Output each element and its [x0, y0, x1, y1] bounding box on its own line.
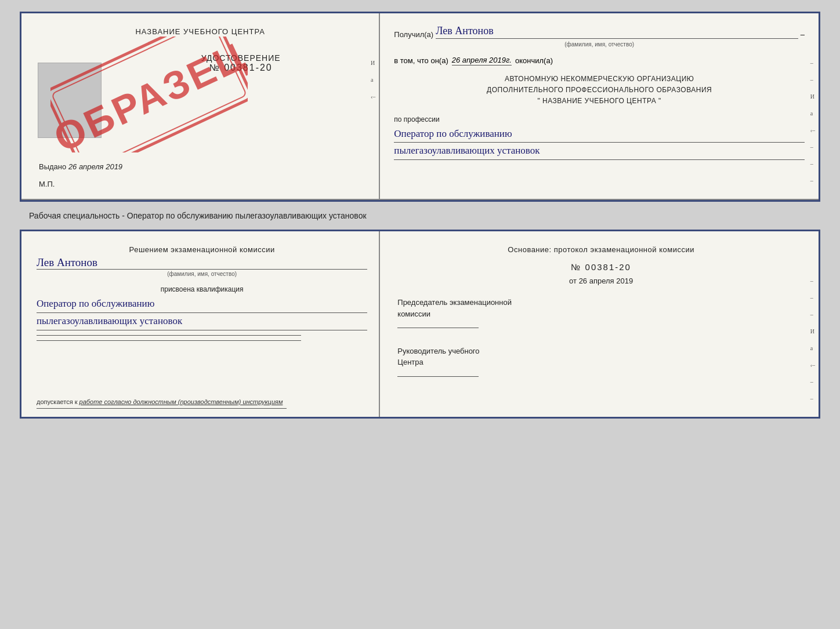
top-document: НАЗВАНИЕ УЧЕБНОГО ЦЕНТРА УДОСТОВЕРЕНИЕ №…	[20, 12, 820, 202]
rukovoditel-line1: Руководитель учебного	[397, 346, 805, 357]
udostoverenie-label: УДОСТОВЕРЕНИЕ	[114, 53, 367, 63]
udostoverenie-block: УДОСТОВЕРЕНИЕ № 00381-20	[114, 53, 367, 73]
osnovanie-label: Основание: протокол экзаменационной коми…	[397, 245, 805, 254]
cert-title: НАЗВАНИЕ УЧЕБНОГО ЦЕНТРА	[33, 27, 367, 36]
kvalif-line2: пылегазоулавливающих установок	[37, 313, 367, 330]
fio-sub-top: (фамилия, имя, отчество)	[394, 41, 805, 48]
professiya-line2: пылегазоулавливающих установок	[394, 143, 805, 160]
vtom-label: в том, что он(а)	[394, 56, 448, 65]
rukovoditel-line2: Центра	[397, 357, 805, 368]
side-marks-bottom-right: – – – И а ‹– – –	[810, 278, 815, 402]
predsedatel-line1: Председатель экзаменационной	[397, 297, 805, 308]
ot-date: от 26 апреля 2019	[397, 277, 805, 285]
predsedatel-sig-line	[397, 328, 479, 328]
bottom-document: Решением экзаменационной комиссии Лев Ан…	[20, 230, 820, 419]
bottom-left-panel: Решением экзаменационной комиссии Лев Ан…	[21, 231, 380, 417]
resheniem-label: Решением экзаменационной комиссии	[37, 245, 367, 254]
kvalif-line1: Оператор по обслуживанию	[37, 296, 367, 313]
vydano-line: Выдано 26 апреля 2019	[39, 162, 122, 171]
protocol-number: № 00381-20	[397, 262, 805, 272]
cert-left-panel: НАЗВАНИЕ УЧЕБНОГО ЦЕНТРА УДОСТОВЕРЕНИЕ №…	[21, 13, 380, 199]
vydano-label: Выдано	[39, 162, 66, 171]
mp-label: М.П.	[39, 180, 55, 188]
cert-number: № 00381-20	[114, 63, 367, 73]
subtitle: Рабочая специальность - Оператор по обсл…	[12, 211, 367, 220]
dopuskaetsya-label: допускается к	[37, 398, 78, 405]
ot-label: от	[569, 277, 577, 285]
predsedatel-line2: комиссии	[397, 308, 805, 320]
side-marks-top-left: И а ‹–	[371, 60, 375, 100]
bottom-right-panel: Основание: протокол экзаменационной коми…	[380, 231, 819, 417]
bottom-name: Лев Антонов	[37, 256, 367, 270]
top-certificate: НАЗВАНИЕ УЧЕБНОГО ЦЕНТРА УДОСТОВЕРЕНИЕ №…	[21, 13, 819, 200]
vydano-date: 26 апреля 2019	[68, 162, 122, 171]
dopuskaetsya-block: допускается к работе согласно должностны…	[37, 398, 283, 405]
anko-block: АВТОНОМНУЮ НЕКОММЕРЧЕСКУЮ ОРГАНИЗАЦИЮ ДО…	[394, 74, 805, 107]
po-professii-label: по профессии	[394, 115, 805, 123]
anko-line2: ДОПОЛНИТЕЛЬНОГО ПРОФЕССИОНАЛЬНОГО ОБРАЗО…	[394, 85, 805, 96]
fio-sub-bottom: (фамилия, имя, отчество)	[37, 271, 367, 277]
professiya-line1: Оператор по обслуживанию	[394, 126, 805, 143]
photo-placeholder	[38, 63, 102, 138]
dopuskaetsya-italic: работе согласно должностным (производств…	[79, 398, 283, 405]
ot-date-value: 26 апреля 2019	[579, 277, 633, 285]
poluchil-label: Получил(а)	[394, 30, 433, 39]
vtom-line: в том, что он(а) 26 апреля 2019г. окончи…	[394, 56, 805, 66]
rukovoditel-label: Руководитель учебного Центра	[397, 346, 805, 380]
poluchil-name: Лев Антонов	[436, 25, 798, 39]
predsedatel-label: Председатель экзаменационной комиссии	[397, 297, 805, 332]
poluchil-line: Получил(а) Лев Антонов –	[394, 25, 805, 39]
anko-line3: " НАЗВАНИЕ УЧЕБНОГО ЦЕНТРА "	[394, 96, 805, 107]
rukovoditel-sig-line	[397, 376, 479, 377]
anko-line1: АВТОНОМНУЮ НЕКОММЕРЧЕСКУЮ ОРГАНИЗАЦИЮ	[394, 74, 805, 85]
side-marks-top-right: – – И а ‹– – – –	[810, 60, 815, 184]
vtom-date: 26 апреля 2019г.	[452, 56, 512, 66]
prisvoena-label: присвоена квалификация	[37, 285, 367, 293]
okonchil-label: окончил(а)	[515, 56, 553, 65]
cert-right-panel: Получил(а) Лев Антонов – (фамилия, имя, …	[380, 13, 819, 199]
